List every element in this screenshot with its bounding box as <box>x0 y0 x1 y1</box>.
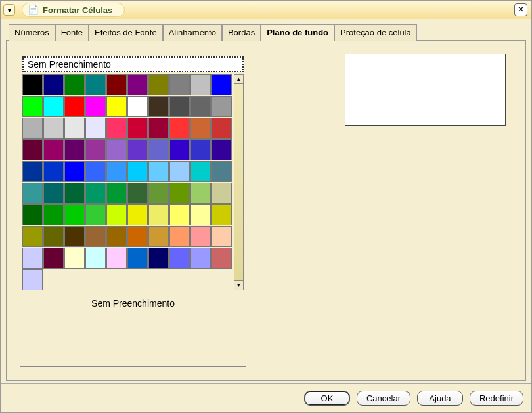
color-swatch[interactable] <box>106 139 127 160</box>
color-swatch[interactable] <box>190 74 211 95</box>
color-swatch[interactable] <box>85 226 106 247</box>
tab-prote-o-de-c-lula[interactable]: Proteção de célula <box>334 24 417 41</box>
color-swatch[interactable] <box>190 139 211 160</box>
color-swatch[interactable] <box>85 204 106 225</box>
color-swatch[interactable] <box>148 204 169 225</box>
color-swatch[interactable] <box>211 118 232 139</box>
color-swatch[interactable] <box>85 139 106 160</box>
color-swatch[interactable] <box>148 118 169 139</box>
color-swatch[interactable] <box>190 161 211 182</box>
color-swatch[interactable] <box>211 204 232 225</box>
color-swatch[interactable] <box>190 226 211 247</box>
color-swatch[interactable] <box>64 96 85 117</box>
color-swatch[interactable] <box>211 96 232 117</box>
color-swatch[interactable] <box>64 74 85 95</box>
color-swatch[interactable] <box>64 183 85 204</box>
color-swatch[interactable] <box>22 139 43 160</box>
color-swatch[interactable] <box>106 118 127 139</box>
color-swatch[interactable] <box>190 248 211 269</box>
palette-scrollbar[interactable]: ▴ ▾ <box>234 74 244 290</box>
color-swatch[interactable] <box>22 74 43 95</box>
color-swatch[interactable] <box>43 139 64 160</box>
color-swatch[interactable] <box>169 96 190 117</box>
color-swatch[interactable] <box>85 161 106 182</box>
color-swatch[interactable] <box>43 118 64 139</box>
color-swatch[interactable] <box>22 183 43 204</box>
tab-fonte[interactable]: Fonte <box>55 24 89 41</box>
color-swatch[interactable] <box>169 74 190 95</box>
color-swatch[interactable] <box>169 118 190 139</box>
tab-efeitos-de-fonte[interactable]: Efeitos de Fonte <box>89 24 163 41</box>
selected-color-name[interactable]: Sem Preenchimento <box>22 56 244 72</box>
color-swatch[interactable] <box>43 96 64 117</box>
color-swatch[interactable] <box>43 248 64 269</box>
color-swatch[interactable] <box>211 183 232 204</box>
color-swatch[interactable] <box>64 139 85 160</box>
color-swatch[interactable] <box>169 204 190 225</box>
color-swatch[interactable] <box>106 183 127 204</box>
color-swatch[interactable] <box>43 183 64 204</box>
cancel-button[interactable]: Cancelar <box>357 391 410 406</box>
color-swatch[interactable] <box>211 248 232 269</box>
color-swatch[interactable] <box>190 183 211 204</box>
color-swatch[interactable] <box>148 183 169 204</box>
color-swatch[interactable] <box>22 269 43 290</box>
color-swatch[interactable] <box>22 226 43 247</box>
reset-button[interactable]: Redefinir <box>470 391 523 406</box>
color-swatch[interactable] <box>169 161 190 182</box>
color-swatch[interactable] <box>190 96 211 117</box>
color-swatch[interactable] <box>85 118 106 139</box>
color-swatch[interactable] <box>64 118 85 139</box>
color-swatch[interactable] <box>22 204 43 225</box>
color-swatch[interactable] <box>127 118 148 139</box>
color-swatch[interactable] <box>85 74 106 95</box>
color-swatch[interactable] <box>148 161 169 182</box>
color-swatch[interactable] <box>148 248 169 269</box>
color-swatch[interactable] <box>148 226 169 247</box>
color-swatch[interactable] <box>43 161 64 182</box>
color-swatch[interactable] <box>22 118 43 139</box>
color-swatch[interactable] <box>148 96 169 117</box>
color-swatch[interactable] <box>64 248 85 269</box>
color-swatch[interactable] <box>127 139 148 160</box>
color-swatch[interactable] <box>148 74 169 95</box>
scroll-track[interactable] <box>234 84 244 280</box>
color-swatch[interactable] <box>43 204 64 225</box>
color-swatch[interactable] <box>106 204 127 225</box>
color-swatch[interactable] <box>106 226 127 247</box>
color-swatch[interactable] <box>190 204 211 225</box>
color-swatch[interactable] <box>106 96 127 117</box>
color-swatch[interactable] <box>64 204 85 225</box>
color-swatch[interactable] <box>127 226 148 247</box>
window-menu-button[interactable]: ▾ <box>3 4 15 16</box>
color-swatch[interactable] <box>22 96 43 117</box>
tab-plano-de-fundo[interactable]: Plano de fundo <box>261 24 334 41</box>
color-swatch[interactable] <box>43 74 64 95</box>
color-swatch[interactable] <box>22 161 43 182</box>
color-swatch[interactable] <box>85 183 106 204</box>
color-swatch[interactable] <box>127 183 148 204</box>
color-swatch[interactable] <box>190 118 211 139</box>
color-swatch[interactable] <box>169 226 190 247</box>
color-swatch[interactable] <box>127 74 148 95</box>
help-button[interactable]: Ajuda <box>417 391 463 406</box>
color-swatch[interactable] <box>127 248 148 269</box>
color-swatch[interactable] <box>85 96 106 117</box>
tab-bordas[interactable]: Bordas <box>222 24 261 41</box>
scroll-up-button[interactable]: ▴ <box>234 74 244 84</box>
color-swatch[interactable] <box>64 226 85 247</box>
color-swatch[interactable] <box>127 96 148 117</box>
color-swatch[interactable] <box>211 226 232 247</box>
color-swatch[interactable] <box>211 74 232 95</box>
scroll-down-button[interactable]: ▾ <box>234 280 244 290</box>
color-swatch[interactable] <box>106 74 127 95</box>
color-swatch[interactable] <box>64 161 85 182</box>
tab-n-meros[interactable]: Números <box>9 24 55 41</box>
color-swatch[interactable] <box>211 161 232 182</box>
color-swatch[interactable] <box>169 139 190 160</box>
color-swatch[interactable] <box>22 248 43 269</box>
color-swatch[interactable] <box>127 161 148 182</box>
color-swatch[interactable] <box>43 226 64 247</box>
ok-button[interactable]: OK <box>304 391 350 406</box>
close-button[interactable]: ✕ <box>514 3 527 16</box>
